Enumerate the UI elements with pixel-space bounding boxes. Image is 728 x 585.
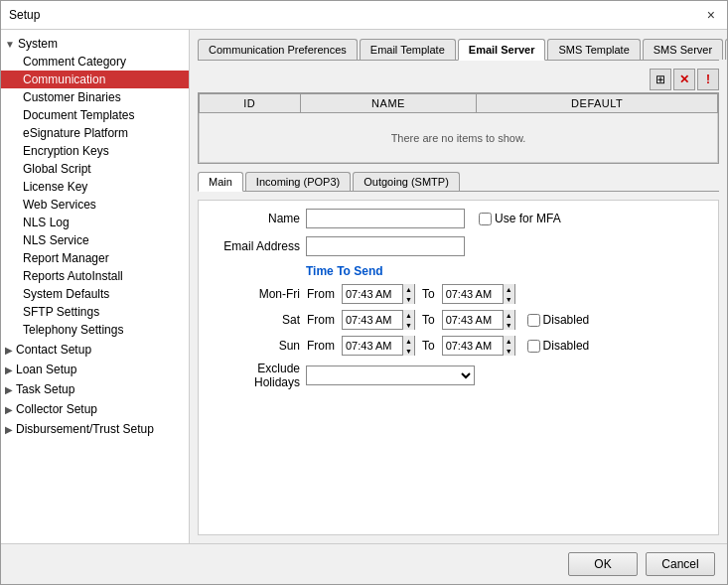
tab-sms-server[interactable]: SMS Server: [643, 39, 723, 60]
mon-fri-to-input[interactable]: [443, 285, 503, 303]
root-items: ▶Contact Setup▶Loan Setup▶Task Setup▶Col…: [1, 340, 189, 439]
grid-button[interactable]: ⊞: [650, 69, 671, 90]
sidebar-item-nls-service[interactable]: NLS Service: [1, 231, 189, 249]
sub-tab-incoming[interactable]: Incoming (POP3): [245, 172, 351, 191]
exclude-select[interactable]: [306, 366, 475, 385]
mon-fri-from-input[interactable]: [343, 285, 402, 303]
tab-email-server[interactable]: Email Server: [458, 39, 546, 61]
warning-button[interactable]: !: [697, 69, 719, 90]
col-name: NAME: [300, 94, 477, 113]
bottom-bar: OK Cancel: [1, 543, 727, 584]
sat-from-up[interactable]: ▲: [403, 310, 414, 320]
sidebar-item-telephony-settings[interactable]: Telephony Settings: [1, 321, 189, 339]
sat-to-up[interactable]: ▲: [504, 310, 514, 320]
from-label-2: From: [307, 313, 335, 327]
sun-from-input[interactable]: [343, 337, 402, 355]
sat-from-down[interactable]: ▼: [403, 320, 414, 330]
tab-sms-template[interactable]: SMS Template: [547, 39, 640, 60]
sun-disabled-checkbox[interactable]: [527, 340, 540, 353]
root-item-collector-setup[interactable]: ▶Collector Setup: [1, 399, 189, 419]
sidebar-item-global-script[interactable]: Global Script: [1, 160, 189, 178]
sidebar-item-customer-binaries[interactable]: Customer Binaries: [1, 88, 189, 106]
sat-disabled-checkbox[interactable]: [527, 314, 540, 327]
sat-to-down[interactable]: ▼: [504, 320, 514, 330]
sat-to-input-group: ▲ ▼: [442, 310, 515, 330]
root-item-contact-setup[interactable]: ▶Contact Setup: [1, 340, 189, 360]
sidebar-item-nls-log[interactable]: NLS Log: [1, 214, 189, 231]
sidebar-item-reports-autoinstall[interactable]: Reports AutoInstall: [1, 267, 189, 285]
sat-row: Sat From ▲ ▼ To ▲ ▼: [211, 310, 706, 330]
main-content: ▼ System Comment CategoryCommunicationCu…: [1, 30, 727, 543]
mon-fri-label: Mon-Fri: [211, 287, 300, 301]
sun-disabled-text: Disabled: [543, 339, 590, 353]
sub-tab-outgoing[interactable]: Outgoing (SMTP): [353, 172, 460, 191]
sun-from-down[interactable]: ▼: [403, 346, 414, 356]
sun-from-up[interactable]: ▲: [403, 336, 414, 346]
mon-fri-to-up[interactable]: ▲: [504, 284, 514, 294]
form-section: Name Use for MFA Email Address Time To S…: [198, 200, 719, 535]
sub-tab-bar: MainIncoming (POP3)Outgoing (SMTP): [198, 172, 719, 192]
tab-comm-prefs[interactable]: Communication Preferences: [198, 39, 358, 60]
to-label-2: To: [422, 313, 435, 327]
collector-setup-expand-icon: ▶: [5, 404, 13, 415]
from-label-1: From: [307, 287, 335, 301]
email-input[interactable]: [306, 236, 465, 256]
right-panel: Communication PreferencesEmail TemplateE…: [190, 30, 727, 543]
email-label: Email Address: [211, 239, 300, 253]
sidebar-item-comment-category[interactable]: Comment Category: [1, 53, 189, 71]
mon-fri-to-input-group: ▲ ▼: [442, 284, 515, 304]
sidebar-item-esignature[interactable]: eSignature Platform: [1, 124, 189, 142]
sidebar-item-web-services[interactable]: Web Services: [1, 196, 189, 214]
sidebar-item-report-manager[interactable]: Report Manager: [1, 249, 189, 267]
sun-to-down[interactable]: ▼: [504, 346, 514, 356]
sat-label: Sat: [211, 313, 300, 327]
col-default: DEFAULT: [477, 94, 718, 113]
root-item-task-setup[interactable]: ▶Task Setup: [1, 379, 189, 399]
loan-setup-label: Loan Setup: [16, 363, 76, 376]
tab-sms-p[interactable]: SMS P: [725, 39, 727, 60]
sat-from-input[interactable]: [343, 311, 402, 329]
sidebar-item-communication[interactable]: Communication: [1, 71, 189, 88]
use-mfa-label: Use for MFA: [479, 212, 561, 225]
mon-fri-from-up[interactable]: ▲: [403, 284, 414, 294]
no-items-row: There are no items to show.: [200, 113, 718, 163]
sat-to-input[interactable]: [443, 311, 503, 329]
sidebar-item-encryption-keys[interactable]: Encryption Keys: [1, 142, 189, 160]
window-title: Setup: [9, 8, 40, 22]
data-table: ID NAME DEFAULT There are no items to sh…: [199, 93, 718, 163]
tab-bar: Communication PreferencesEmail TemplateE…: [198, 38, 719, 61]
disbursement-trust-label: Disbursement/Trust Setup: [16, 422, 154, 436]
sat-disabled-text: Disabled: [543, 313, 590, 327]
to-label-3: To: [422, 339, 435, 353]
sun-disabled-label: Disabled: [527, 339, 590, 353]
use-mfa-checkbox[interactable]: [479, 213, 492, 225]
root-item-disbursement-trust[interactable]: ▶Disbursement/Trust Setup: [1, 419, 189, 439]
ok-button[interactable]: OK: [568, 552, 638, 576]
sun-to-input[interactable]: [443, 337, 503, 355]
tab-email-template[interactable]: Email Template: [360, 39, 456, 60]
close-button[interactable]: ×: [703, 7, 719, 23]
table-toolbar: ⊞ ✕ !: [198, 69, 719, 90]
system-tree-root[interactable]: ▼ System Comment CategoryCommunicationCu…: [1, 34, 189, 340]
sun-to-up[interactable]: ▲: [504, 336, 514, 346]
cancel-button[interactable]: Cancel: [646, 552, 715, 576]
sun-to-spinner: ▲ ▼: [503, 336, 514, 356]
mon-fri-to-down[interactable]: ▼: [504, 294, 514, 304]
mon-fri-row: Mon-Fri From ▲ ▼ To ▲ ▼: [211, 284, 706, 304]
loan-setup-expand-icon: ▶: [5, 365, 13, 375]
sidebar-item-license-key[interactable]: License Key: [1, 178, 189, 196]
name-input[interactable]: [306, 209, 465, 228]
sidebar-item-system-defaults[interactable]: System Defaults: [1, 285, 189, 303]
title-bar: Setup ×: [1, 1, 727, 30]
no-items-text: There are no items to show.: [200, 113, 718, 163]
sidebar-item-sftp-settings[interactable]: SFTP Settings: [1, 303, 189, 321]
sub-tab-main[interactable]: Main: [198, 172, 243, 192]
to-label-1: To: [422, 287, 435, 301]
delete-button[interactable]: ✕: [673, 69, 695, 90]
grid-icon: ⊞: [655, 73, 665, 86]
sidebar-item-document-templates[interactable]: Document Templates: [1, 106, 189, 124]
delete-icon: ✕: [679, 73, 689, 86]
mon-fri-from-down[interactable]: ▼: [403, 294, 414, 304]
root-item-loan-setup[interactable]: ▶Loan Setup: [1, 360, 189, 379]
sun-label: Sun: [211, 339, 300, 353]
